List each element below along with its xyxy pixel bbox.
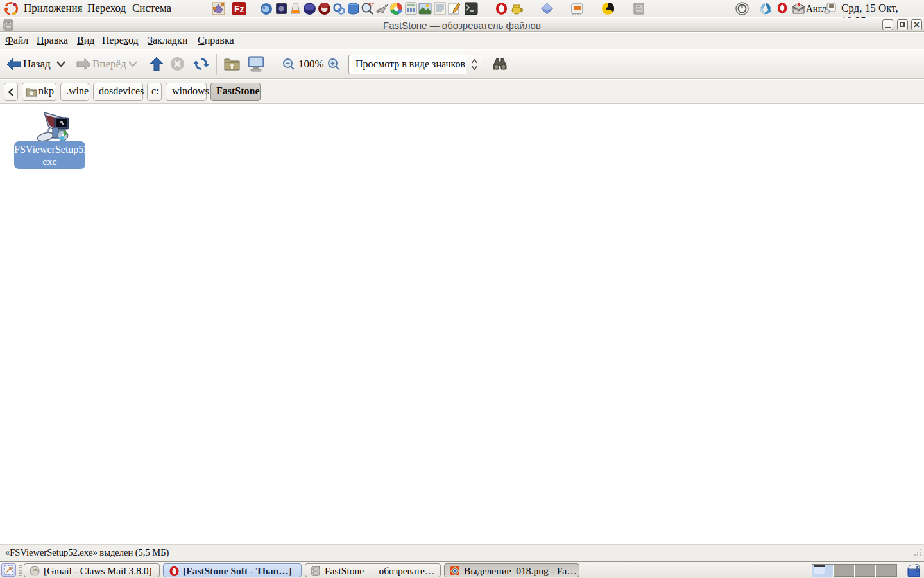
svg-text:SC: SC xyxy=(368,3,374,7)
svg-text:Fz: Fz xyxy=(234,4,244,14)
